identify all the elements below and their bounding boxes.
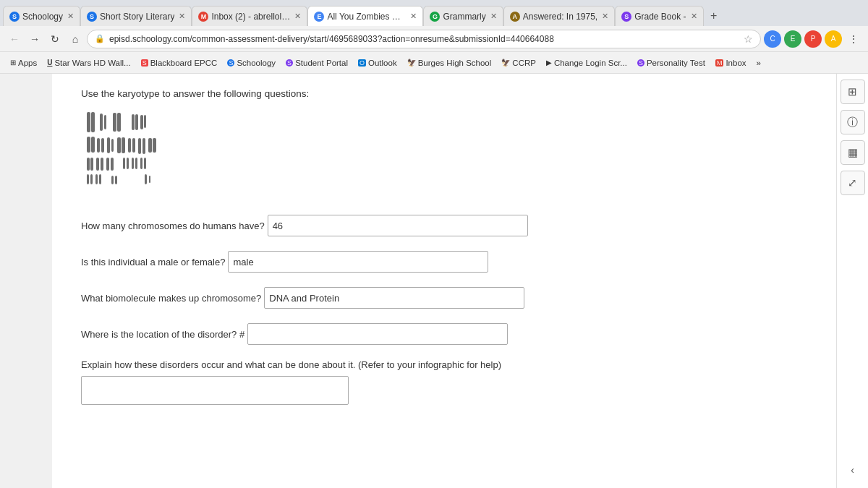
bookmark-apps[interactable]: ⊞ Apps xyxy=(6,56,41,69)
main-content: Use the karyotype to answer the followin… xyxy=(52,74,836,488)
fullscreen-icon: ⤢ xyxy=(848,176,857,189)
grammarly-tab-icon: G xyxy=(430,12,440,22)
question-1-label: How many chromosomes do humans have? xyxy=(81,221,265,231)
svg-rect-41 xyxy=(115,176,117,184)
tab-schoology-close[interactable]: ✕ xyxy=(67,12,74,21)
question-4-input[interactable] xyxy=(247,323,508,345)
address-bar[interactable]: 🔒 episd.schoology.com/common-assessment-… xyxy=(87,30,761,48)
right-sidebar: ⊞ ⓘ ▦ ⤢ ‹ xyxy=(836,74,868,488)
question-4-label: Where is the location of the disorder? # xyxy=(81,329,244,340)
tab-answered[interactable]: A Answered: In 1975, ✕ xyxy=(503,6,615,26)
question-1-input[interactable] xyxy=(268,215,528,236)
tab-zombies[interactable]: E All You Zombies Sho ✕ xyxy=(307,6,423,26)
profile-button[interactable]: C xyxy=(764,30,781,48)
blackboard-bookmark-icon: S xyxy=(141,59,148,67)
question-intro: Use the karyotype to answer the followin… xyxy=(81,88,807,99)
bookmark-star-icon[interactable]: ☆ xyxy=(744,33,753,45)
menu-button[interactable]: ⋮ xyxy=(845,30,862,48)
address-text: episd.schoology.com/common-assessment-de… xyxy=(109,34,739,44)
bookmark-change-login-label: Change Login Scr... xyxy=(554,59,627,67)
zombies-tab-icon: E xyxy=(314,12,324,22)
bookmark-blackboard-label: Blackboard EPCC xyxy=(150,59,218,67)
tab-answered-close[interactable]: ✕ xyxy=(602,12,608,21)
bookmark-change-login[interactable]: ▶ Change Login Scr... xyxy=(542,56,631,69)
bookmark-schoology[interactable]: S Schoology xyxy=(223,56,280,69)
more-bookmarks[interactable]: » xyxy=(752,56,765,69)
question-3-input[interactable] xyxy=(264,287,524,309)
tab-grammarly[interactable]: G Grammarly ✕ xyxy=(423,6,503,26)
sidebar-collapse-button[interactable]: ‹ xyxy=(841,458,865,482)
tab-short-story-close[interactable]: ✕ xyxy=(179,12,185,21)
svg-rect-12 xyxy=(97,138,100,153)
extension-button-2[interactable]: P xyxy=(804,30,822,48)
svg-rect-21 xyxy=(142,138,145,154)
svg-rect-28 xyxy=(106,158,109,171)
browser-actions: C E P A ⋮ xyxy=(764,30,862,48)
burges-bookmark-icon: 🦅 xyxy=(407,59,416,67)
bookmark-ccrp-label: CCRP xyxy=(512,59,536,67)
tab-inbox-close[interactable]: ✕ xyxy=(294,12,301,21)
tab-grammarly-title: Grammarly xyxy=(443,12,485,22)
svg-rect-34 xyxy=(140,158,142,169)
svg-rect-1 xyxy=(91,112,95,132)
bookmark-starwars[interactable]: U Star Wars HD Wall... xyxy=(43,56,135,69)
new-tab-button[interactable]: + xyxy=(704,6,724,26)
tab-schoology-title: Schoology xyxy=(22,12,63,22)
calculator-icon: ▦ xyxy=(848,146,858,159)
forward-button[interactable]: → xyxy=(26,30,43,48)
fullscreen-sidebar-button[interactable]: ⤢ xyxy=(841,171,865,195)
bookmark-schoology-label: Schoology xyxy=(237,59,276,67)
tab-answered-title: Answered: In 1975, xyxy=(523,12,597,22)
inbox-bookmark-icon: M xyxy=(715,59,724,67)
bookmark-inbox[interactable]: M Inbox xyxy=(711,56,751,69)
question-2-input[interactable] xyxy=(228,251,488,273)
extension-button-1[interactable]: E xyxy=(784,30,801,48)
tab-inbox[interactable]: M Inbox (2) - abrellolivr ✕ xyxy=(192,6,307,26)
svg-rect-35 xyxy=(144,158,146,169)
svg-rect-40 xyxy=(111,176,114,184)
calendar-sidebar-button[interactable]: ⊞ xyxy=(841,80,865,104)
tab-zombies-close[interactable]: ✕ xyxy=(410,12,417,21)
home-button[interactable]: ⌂ xyxy=(67,30,84,48)
answered-tab-icon: A xyxy=(510,12,520,22)
tab-gradebook-close[interactable]: ✕ xyxy=(691,12,697,21)
svg-rect-11 xyxy=(91,137,95,153)
bookmark-personality[interactable]: S Personality Test xyxy=(633,56,710,69)
karyotype-image xyxy=(81,111,240,197)
svg-rect-42 xyxy=(145,174,147,184)
svg-rect-38 xyxy=(95,174,98,184)
svg-rect-30 xyxy=(123,158,125,169)
student-portal-bookmark-icon: S xyxy=(286,59,293,67)
svg-rect-39 xyxy=(99,174,101,184)
explain-input[interactable] xyxy=(81,376,349,405)
bookmark-student-portal[interactable]: S Student Portal xyxy=(281,56,352,69)
question-row-1: How many chromosomes do humans have? xyxy=(81,215,807,236)
left-gutter xyxy=(0,74,52,488)
ccrp-bookmark-icon: 🦅 xyxy=(501,59,510,67)
browser-window: S Schoology ✕ S Short Story Literary ✕ M… xyxy=(0,0,868,488)
svg-rect-9 xyxy=(144,115,146,128)
back-button[interactable]: ← xyxy=(6,30,23,48)
svg-rect-33 xyxy=(135,158,137,169)
svg-rect-3 xyxy=(104,115,106,129)
gradebook-tab-icon: S xyxy=(621,12,631,22)
tab-gradebook[interactable]: S Grade Book - ✕ xyxy=(615,6,703,26)
tab-short-story[interactable]: S Short Story Literary ✕ xyxy=(80,6,192,26)
navigation-bar: ← → ↻ ⌂ 🔒 episd.schoology.com/common-ass… xyxy=(0,26,868,52)
bookmark-burges[interactable]: 🦅 Burges High School xyxy=(403,56,496,69)
tab-grammarly-close[interactable]: ✕ xyxy=(490,12,497,21)
bookmark-ccrp[interactable]: 🦅 CCRP xyxy=(497,56,540,69)
svg-rect-31 xyxy=(127,158,129,169)
calendar-icon: ⊞ xyxy=(848,85,857,98)
extension-button-3[interactable]: A xyxy=(825,30,842,48)
info-sidebar-button[interactable]: ⓘ xyxy=(841,110,865,134)
svg-rect-26 xyxy=(96,158,99,171)
svg-rect-0 xyxy=(87,112,90,132)
calculator-sidebar-button[interactable]: ▦ xyxy=(841,140,865,165)
bookmark-blackboard[interactable]: S Blackboard EPCC xyxy=(137,56,222,69)
tab-schoology[interactable]: S Schoology ✕ xyxy=(3,6,80,26)
bookmark-outlook[interactable]: O Outlook xyxy=(354,56,401,69)
schoology-tab-icon: S xyxy=(9,12,20,22)
reload-button[interactable]: ↻ xyxy=(46,30,64,48)
svg-rect-5 xyxy=(117,113,121,132)
